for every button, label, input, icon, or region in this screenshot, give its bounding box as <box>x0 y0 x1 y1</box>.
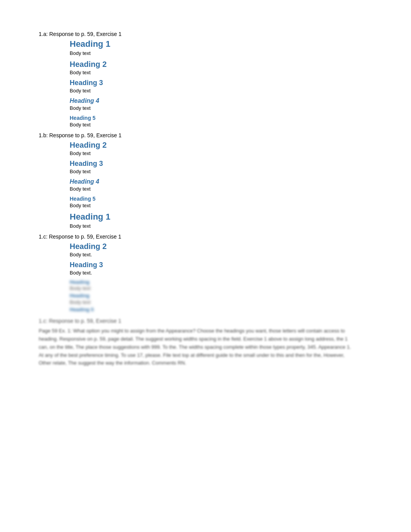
heading-1c-h2: Heading 2 <box>70 241 380 251</box>
body-1b-h2: Body text <box>70 150 380 157</box>
blurred-heading-2: Heading <box>70 293 380 299</box>
heading-1b-h2: Heading 2 <box>70 140 380 150</box>
heading-group-1a-2: Heading 2 Body text <box>70 59 380 76</box>
heading-1b-h5: Heading 5 <box>70 195 380 202</box>
section-1c: 1.c: Response to p. 59, Exercise 1 Headi… <box>39 234 380 313</box>
heading-group-1b-1: Heading 2 Body text <box>70 140 380 157</box>
section-1b: 1.b: Response to p. 59, Exercise 1 Headi… <box>39 132 380 230</box>
section-1b-label: 1.b: Response to p. 59, Exercise 1 <box>39 132 380 138</box>
heading-1a-h1: Heading 1 <box>70 39 380 50</box>
heading-group-1c-1: Heading 2 Body text. <box>70 241 380 258</box>
heading-group-1b-3: Heading 4 Body text <box>70 178 380 193</box>
body-1b-h3: Body text <box>70 168 380 175</box>
heading-1b-h3: Heading 3 <box>70 159 380 168</box>
heading-group-1b-2: Heading 3 Body text <box>70 159 380 176</box>
heading-group-1a-3: Heading 3 Body text <box>70 78 380 95</box>
heading-1a-h5: Heading 5 <box>70 114 380 121</box>
body-1b-h1: Body text <box>70 223 380 230</box>
body-1b-h5: Body text <box>70 202 380 209</box>
blurred-bottom-section: 1.c: Response to p. 59, Exercise 1 Page … <box>39 318 380 367</box>
blurred-heading-1: Heading <box>70 279 380 286</box>
heading-1c-h3: Heading 3 <box>70 261 380 269</box>
heading-group-1a-5: Heading 5 Body text <box>70 114 380 128</box>
heading-1a-h4: Heading 4 <box>70 97 380 105</box>
section-1a-label: 1.a: Response to p. 59, Exercise 1 <box>39 31 380 37</box>
heading-1b-h4: Heading 4 <box>70 178 380 186</box>
body-1c-h2: Body text. <box>70 251 380 258</box>
body-1a-h5: Body text <box>70 121 380 128</box>
blurred-section-label: 1.c: Response to p. 59, Exercise 1 <box>39 318 380 324</box>
heading-1b-h1: Heading 1 <box>70 211 380 223</box>
section-1c-label: 1.c: Response to p. 59, Exercise 1 <box>39 234 380 240</box>
body-1b-h4: Body text <box>70 186 380 193</box>
blurred-heading-3: Heading 5 <box>70 307 380 313</box>
body-1a-h1: Body text <box>70 50 380 57</box>
blurred-paragraph: Page 59 Ex. 1: What option you might to … <box>39 327 356 367</box>
heading-1a-h2: Heading 2 <box>70 59 380 69</box>
heading-group-1c-2: Heading 3 Body text. <box>70 261 380 277</box>
blurred-body-2: Body text <box>70 299 380 305</box>
section-1a: 1.a: Response to p. 59, Exercise 1 Headi… <box>39 31 380 128</box>
heading-group-1a-4: Heading 4 Body text <box>70 97 380 112</box>
body-1a-h2: Body text <box>70 69 380 76</box>
body-1a-h3: Body text <box>70 87 380 94</box>
heading-group-1b-5: Heading 1 Body text <box>70 211 380 230</box>
body-1a-h4: Body text <box>70 105 380 112</box>
blurred-body-1: Body text <box>70 285 380 291</box>
heading-group-1b-4: Heading 5 Body text <box>70 195 380 209</box>
body-1c-h3: Body text. <box>70 269 380 276</box>
blurred-items: Heading Body text Heading Body text Head… <box>70 279 380 314</box>
heading-1a-h3: Heading 3 <box>70 78 380 87</box>
heading-group-1a-1: Heading 1 Body text <box>70 39 380 57</box>
